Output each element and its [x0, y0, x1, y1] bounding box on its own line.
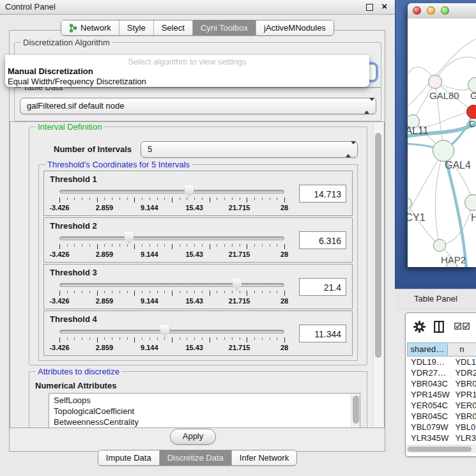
slider-track[interactable]	[59, 283, 284, 287]
cell-shared-name[interactable]: YBL079W	[407, 422, 452, 433]
attribute-list-item[interactable]: TopologicalCoefficient	[54, 406, 360, 417]
cell-name[interactable]: YPR1	[452, 389, 476, 400]
threshold-3-slider[interactable]: -3.4262.8599.14415.4321.71528	[59, 280, 284, 307]
table-horizontal-scrollbar[interactable]	[406, 445, 476, 453]
slider-thumb[interactable]	[233, 279, 242, 291]
table-row[interactable]: YLR345WYLR3	[407, 433, 476, 443]
close-icon[interactable]: ×	[381, 1, 387, 12]
cell-name[interactable]: YBR0	[452, 378, 476, 389]
network-node[interactable]	[433, 239, 446, 252]
apply-button[interactable]: Apply	[170, 429, 216, 445]
network-window-titlebar[interactable]	[408, 3, 476, 19]
cell-shared-name[interactable]: YER054C	[407, 400, 452, 411]
checkbox-icon[interactable]	[454, 323, 461, 330]
column-header-shared-name[interactable]: shared…	[407, 342, 448, 357]
combo-spinner-icon[interactable]	[346, 144, 351, 154]
column-layout-icon[interactable]	[434, 321, 444, 333]
close-traffic-light-icon[interactable]	[413, 6, 421, 15]
number-of-intervals-value: 5	[148, 144, 152, 154]
cell-name[interactable]: YBL0	[452, 422, 476, 433]
tab-impute-data[interactable]: Impute Data	[98, 450, 160, 465]
tab-select[interactable]: Select	[154, 20, 193, 35]
cell-shared-name[interactable]: YLR345W	[407, 433, 452, 443]
table-row[interactable]: YBR043CYBR0	[407, 378, 476, 389]
network-node[interactable]	[428, 75, 442, 89]
tab-cyni-toolbox[interactable]: Cyni Toolbox	[193, 20, 256, 35]
threshold-2-slider[interactable]: -3.4262.8599.14415.4321.71528	[59, 233, 284, 260]
slider-thumb[interactable]	[185, 185, 194, 197]
attributes-group-title: Attributes to discretize	[36, 367, 121, 376]
attribute-list-item[interactable]: BetweennessCentrality	[54, 417, 360, 427]
popup-option-equal-width[interactable]: Equal Width/Frequency Discretization	[8, 77, 146, 86]
scrollbar-thumb[interactable]	[353, 395, 359, 424]
scrollbar-thumb[interactable]	[408, 447, 472, 452]
cell-shared-name[interactable]: YDL19…	[407, 357, 452, 367]
table-data-combo[interactable]: galFiltered.sif default node	[20, 98, 376, 114]
threshold-1-value[interactable]: 14.713	[299, 185, 346, 203]
numerical-attributes-label: Numerical Attributes	[35, 381, 116, 390]
settings-vertical-scrollbar[interactable]	[373, 123, 383, 427]
tab-discretize-data[interactable]: Discretize Data	[160, 450, 232, 465]
cell-name[interactable]: YLR3	[452, 433, 476, 443]
threshold-3-row: Threshold 3 -3.4262.8599.14415.4321.7152…	[43, 264, 353, 309]
attributes-group: Attributes to discretize Numerical Attri…	[29, 371, 367, 428]
cell-name[interactable]: YER0	[452, 400, 476, 411]
scrollbar-thumb[interactable]	[375, 133, 381, 358]
network-view-window[interactable]: GAL80GCGAL11GAL4HGCY1HAP2	[408, 3, 476, 267]
threshold-3-value[interactable]: 21.4	[299, 278, 346, 296]
cell-shared-name[interactable]: YBR043C	[407, 378, 452, 389]
threshold-4-value[interactable]: 11.344	[299, 325, 346, 342]
tab-jactivemnodules[interactable]: jActiveMNodules	[256, 20, 334, 35]
tab-label: Cyni Toolbox	[201, 23, 248, 33]
slider-scale	[59, 197, 284, 203]
table-panel-window[interactable]: shared… n YDL19…YDL1YDR27…YDR2YBR043CYBR…	[405, 312, 476, 457]
cell-shared-name[interactable]: YPR145W	[407, 389, 452, 400]
tab-style[interactable]: Style	[119, 20, 154, 35]
attribute-list-item[interactable]: SelfLoops	[54, 395, 360, 406]
threshold-4-slider[interactable]: -3.4262.8599.14415.4321.71528	[59, 326, 284, 353]
checkbox-icon[interactable]	[463, 323, 470, 330]
network-node[interactable]	[433, 140, 454, 162]
combo-spinner-icon[interactable]	[364, 101, 370, 111]
column-header-name[interactable]: n	[448, 342, 476, 357]
discretization-algorithm-title: Discretization Algorithm	[21, 38, 112, 47]
gear-icon[interactable]	[413, 321, 426, 333]
cell-shared-name[interactable]: YDR27…	[407, 367, 452, 378]
tab-label: Style	[127, 23, 146, 33]
attributes-list-scrollbar[interactable]	[351, 394, 360, 428]
network-node[interactable]	[466, 105, 476, 119]
cell-shared-name[interactable]: YBR045C	[407, 411, 452, 422]
table-panel-toolbar	[406, 313, 476, 341]
minimize-traffic-light-icon[interactable]	[427, 6, 435, 15]
table-row[interactable]: YDL19…YDL1	[407, 357, 476, 367]
tab-network[interactable]: Network	[61, 20, 119, 35]
table-data-group: Table Data galFiltered.sif default node	[14, 87, 381, 121]
tab-infer-network[interactable]: Infer Network	[232, 450, 296, 465]
slider-track[interactable]	[59, 190, 284, 194]
slider-track[interactable]	[59, 330, 284, 334]
table-row[interactable]: YDR27…YDR2	[407, 367, 476, 378]
table-row[interactable]: YPR145WYPR1	[407, 389, 476, 400]
float-window-icon[interactable]	[366, 4, 373, 11]
network-canvas[interactable]: GAL80GCGAL11GAL4HGCY1HAP2	[408, 19, 476, 267]
zoom-traffic-light-icon[interactable]	[441, 6, 449, 15]
table-row[interactable]: YBR045CYBR0	[407, 411, 476, 422]
number-of-intervals-combo[interactable]: 5	[141, 141, 358, 158]
table-row[interactable]: YBL079WYBL0	[407, 422, 476, 433]
table-row[interactable]: YER054CYER0	[407, 400, 476, 411]
control-panel-title: Control Panel	[5, 2, 56, 12]
numerical-attributes-list[interactable]: SelfLoopsTopologicalCoefficientBetweenne…	[49, 393, 360, 428]
algorithm-popup: Select algorithm to view settings Manual…	[5, 55, 369, 87]
cell-name[interactable]: YDR2	[452, 367, 476, 378]
slider-track[interactable]	[59, 236, 284, 240]
slider-thumb[interactable]	[160, 325, 170, 337]
cell-name[interactable]: YDL1	[452, 357, 476, 367]
popup-option-manual[interactable]: Manual Discretization	[8, 66, 93, 76]
cell-name[interactable]: YBR0	[452, 411, 476, 422]
threshold-2-value[interactable]: 6.316	[299, 231, 346, 249]
threshold-1-slider[interactable]: -3.4262.8599.14415.4321.71528	[59, 187, 284, 213]
network-node-label: C	[469, 118, 476, 129]
slider-thumb[interactable]	[125, 232, 134, 244]
interval-definition-group: Interval Definition Number of Intervals …	[29, 127, 367, 365]
threshold-4-label: Threshold 4	[50, 314, 97, 324]
